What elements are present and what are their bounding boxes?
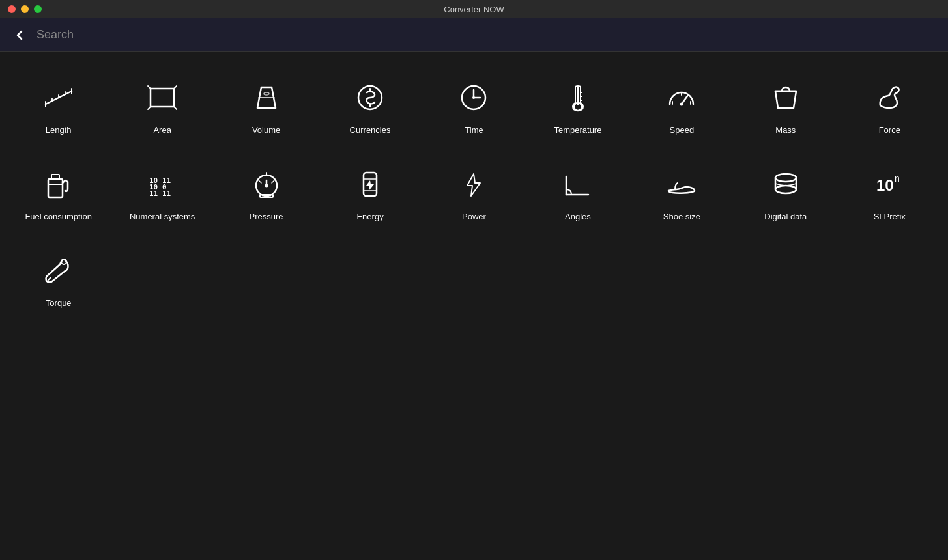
svg-line-8 — [174, 86, 177, 89]
pressure-label: Pressure — [250, 212, 283, 221]
digital-data-label: Digital data — [764, 212, 807, 221]
category-temperature[interactable]: Temperature — [526, 65, 629, 145]
svg-point-19 — [472, 96, 475, 99]
digital-data-icon — [766, 165, 805, 204]
svg-rect-31 — [48, 179, 63, 197]
svg-marker-52 — [366, 180, 374, 191]
time-label: Time — [465, 125, 483, 135]
window-title: Converter NOW — [444, 5, 504, 14]
svg-point-43 — [265, 184, 268, 188]
category-force[interactable]: Force — [838, 65, 941, 145]
si-prefix-icon: 10 n — [870, 165, 909, 204]
category-time[interactable]: Time — [422, 65, 526, 145]
force-label: Force — [879, 125, 900, 135]
energy-icon — [351, 165, 390, 204]
svg-text:n: n — [895, 173, 900, 184]
svg-rect-6 — [151, 89, 174, 107]
svg-line-9 — [148, 107, 151, 109]
energy-label: Energy — [356, 212, 383, 221]
category-energy[interactable]: Energy — [318, 152, 422, 232]
torque-icon — [39, 251, 78, 290]
fuel-consumption-label: Fuel consumption — [25, 212, 92, 221]
length-icon — [39, 78, 78, 117]
close-button[interactable] — [8, 5, 16, 13]
titlebar: Converter NOW — [0, 0, 948, 18]
category-speed[interactable]: Speed — [630, 65, 734, 145]
mass-label: Mass — [775, 125, 796, 135]
svg-line-10 — [174, 107, 177, 109]
svg-text:10: 10 — [876, 176, 894, 194]
currencies-icon — [351, 78, 390, 117]
pressure-icon — [247, 165, 286, 204]
angles-icon — [558, 165, 597, 204]
currencies-label: Currencies — [350, 125, 391, 135]
minimize-button[interactable] — [21, 5, 29, 13]
category-volume[interactable]: Volume — [214, 65, 318, 145]
speed-label: Speed — [670, 125, 695, 135]
category-power[interactable]: Power — [422, 152, 526, 232]
search-input[interactable] — [36, 28, 938, 42]
svg-point-12 — [264, 92, 269, 95]
svg-line-7 — [148, 86, 151, 89]
angles-label: Angles — [565, 212, 591, 221]
numeral-systems-icon: 10 10 11 11 0 11 — [143, 165, 182, 204]
svg-point-26 — [680, 103, 683, 106]
power-icon — [454, 165, 493, 204]
mass-icon — [766, 78, 805, 117]
shoe-size-icon — [662, 165, 701, 204]
category-si-prefix[interactable]: 10 n SI Prefix — [838, 152, 941, 232]
category-pressure[interactable]: Pressure — [214, 152, 318, 232]
svg-text:11: 11 — [149, 189, 158, 198]
area-label: Area — [153, 125, 171, 135]
back-button[interactable] — [10, 26, 29, 44]
category-angles[interactable]: Angles — [526, 152, 629, 232]
volume-icon — [247, 78, 286, 117]
category-grid: Length Area Volume — [0, 52, 948, 331]
numeral-systems-label: Numeral systems — [130, 212, 195, 221]
svg-marker-53 — [467, 174, 480, 196]
svg-line-44 — [259, 180, 261, 183]
time-icon — [454, 78, 493, 117]
svg-line-45 — [272, 180, 274, 183]
category-torque[interactable]: Torque — [7, 238, 110, 318]
searchbar — [0, 18, 948, 52]
maximize-button[interactable] — [34, 5, 42, 13]
speed-icon — [662, 78, 701, 117]
svg-text:11: 11 — [162, 189, 171, 198]
category-numeral-systems[interactable]: 10 10 11 11 0 11 Numeral systems — [110, 152, 214, 232]
force-icon — [870, 78, 909, 117]
shoe-size-label: Shoe size — [663, 212, 700, 221]
si-prefix-label: SI Prefix — [874, 212, 906, 221]
category-shoe-size[interactable]: Shoe size — [630, 152, 734, 232]
category-fuel-consumption[interactable]: Fuel consumption — [7, 152, 110, 232]
volume-label: Volume — [252, 125, 280, 135]
length-label: Length — [46, 125, 72, 135]
fuel-consumption-icon — [39, 165, 78, 204]
svg-line-25 — [682, 95, 688, 104]
power-label: Power — [462, 212, 486, 221]
traffic-lights — [8, 5, 42, 13]
category-digital-data[interactable]: Digital data — [734, 152, 837, 232]
category-length[interactable]: Length — [7, 65, 110, 145]
svg-line-62 — [48, 277, 51, 280]
svg-point-56 — [775, 174, 796, 182]
temperature-icon — [558, 78, 597, 117]
category-mass[interactable]: Mass — [734, 65, 837, 145]
svg-point-59 — [775, 186, 796, 193]
category-area[interactable]: Area — [110, 65, 214, 145]
category-currencies[interactable]: Currencies — [318, 65, 422, 145]
area-icon — [143, 78, 182, 117]
temperature-label: Temperature — [554, 125, 601, 135]
torque-label: Torque — [46, 298, 72, 308]
